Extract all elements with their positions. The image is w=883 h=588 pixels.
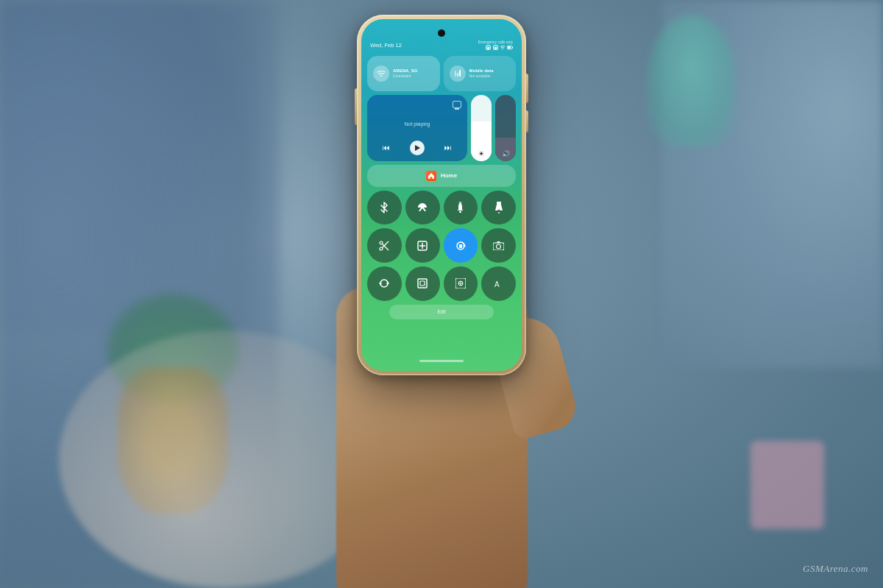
notifications-toggle[interactable] xyxy=(444,191,478,225)
status-date: Wed, Feb 12 xyxy=(370,42,402,49)
phone-screen[interactable]: Wed, Feb 12 Emergency calls only xyxy=(361,19,522,371)
wifi-status: Connected xyxy=(393,74,417,78)
volume-down-button xyxy=(355,88,357,125)
svg-rect-6 xyxy=(508,46,511,49)
toggle-row-3: A xyxy=(367,266,516,301)
home-app-icon xyxy=(426,171,436,181)
svg-rect-9 xyxy=(459,70,461,77)
mobile-text: Mobile data Not available xyxy=(469,68,494,78)
svg-rect-12 xyxy=(497,202,501,205)
svg-text:A: A xyxy=(494,280,500,288)
sim2-icon xyxy=(492,45,498,51)
status-icons xyxy=(485,45,513,51)
home-label: Home xyxy=(441,172,457,179)
emergency-text: Emergency calls only xyxy=(478,40,513,44)
volume-icon: 🔊 xyxy=(502,150,510,157)
toggle-row-1 xyxy=(367,191,516,225)
sync-toggle[interactable] xyxy=(367,266,402,301)
next-button[interactable]: ⏭ xyxy=(444,144,452,152)
svg-rect-30 xyxy=(420,281,425,286)
hand-phone-container: Wed, Feb 12 Emergency calls only xyxy=(294,7,589,581)
media-status: Not playing xyxy=(373,121,461,127)
rotation-lock-toggle[interactable] xyxy=(444,228,478,263)
svg-rect-29 xyxy=(418,279,427,288)
status-bar: Wed, Feb 12 Emergency calls only xyxy=(361,40,522,51)
volume-up-button xyxy=(526,110,528,132)
svg-point-10 xyxy=(459,211,461,213)
svg-point-15 xyxy=(380,241,383,244)
home-bar xyxy=(419,360,464,362)
airplane-toggle[interactable] xyxy=(405,191,440,225)
battery-icon xyxy=(507,45,513,51)
svg-rect-5 xyxy=(512,46,513,48)
power-button xyxy=(526,74,528,103)
svg-rect-7 xyxy=(455,71,456,77)
status-right: Emergency calls only xyxy=(478,40,513,51)
edit-label: Edit xyxy=(437,309,445,314)
watermark: GSMArena.com xyxy=(803,563,868,575)
play-button[interactable] xyxy=(410,141,425,155)
svg-rect-1 xyxy=(487,47,489,49)
toggle-row-2 xyxy=(367,228,516,263)
brightness-icon: ☀ xyxy=(478,150,484,157)
svg-rect-24 xyxy=(459,244,462,248)
volume-tile[interactable]: 🔊 xyxy=(495,95,516,161)
svg-point-26 xyxy=(497,244,501,249)
wifi-text: ARENA_SG Connected xyxy=(393,68,417,78)
mobile-tile[interactable]: Mobile data Not available xyxy=(444,56,517,91)
control-center: ARENA_SG Connected xyxy=(367,56,516,341)
media-tile[interactable]: Not playing ⏮ ⏭ xyxy=(367,95,467,161)
mobile-icon-circle xyxy=(450,65,466,82)
sim-icon xyxy=(485,45,491,51)
prev-button[interactable]: ⏮ xyxy=(383,144,390,152)
cast-icon[interactable] xyxy=(453,101,461,108)
connectivity-row: ARENA_SG Connected xyxy=(367,56,516,91)
svg-point-16 xyxy=(380,247,383,250)
home-tile[interactable]: Home xyxy=(367,165,516,187)
bg-pink-box xyxy=(751,441,824,529)
wifi-status-icon xyxy=(500,45,506,51)
edit-button[interactable]: Edit xyxy=(389,305,494,319)
camera-toggle[interactable] xyxy=(481,228,516,263)
media-sliders-row: Not playing ⏮ ⏭ ☀ 🔊 xyxy=(367,95,516,161)
svg-point-13 xyxy=(497,209,500,212)
bluetooth-toggle[interactable] xyxy=(367,191,402,225)
svg-rect-3 xyxy=(494,47,497,49)
media-controls: ⏮ ⏭ xyxy=(373,141,461,155)
svg-rect-8 xyxy=(457,73,458,77)
translate-toggle[interactable] xyxy=(444,266,478,301)
wifi-tile[interactable]: ARENA_SG Connected xyxy=(367,56,440,91)
bg-lamp xyxy=(648,15,736,147)
front-camera xyxy=(438,29,445,37)
text-toggle[interactable]: A xyxy=(481,266,516,301)
phone-frame: Wed, Feb 12 Emergency calls only xyxy=(357,15,526,375)
screenshot-toggle[interactable] xyxy=(405,228,440,263)
mobile-status: Not available xyxy=(469,74,494,78)
scissors-toggle[interactable] xyxy=(367,228,402,263)
mobile-name: Mobile data xyxy=(469,68,494,74)
expand-toggle[interactable] xyxy=(405,266,440,301)
brightness-tile[interactable]: ☀ xyxy=(471,95,492,161)
wifi-name: ARENA_SG xyxy=(393,68,417,74)
flashlight-toggle[interactable] xyxy=(481,191,516,225)
wifi-icon-circle xyxy=(373,65,389,82)
